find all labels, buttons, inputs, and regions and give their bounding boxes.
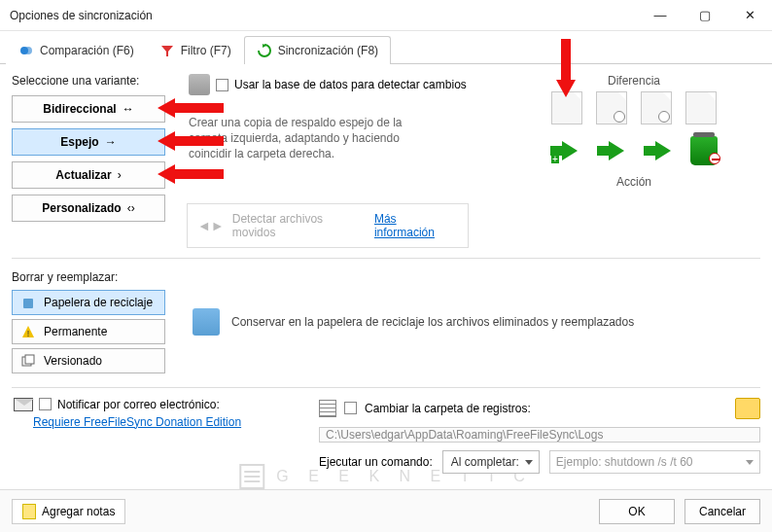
execute-label: Ejecutar un comando: (319, 455, 433, 469)
diff-right-only-icon (685, 91, 717, 124)
database-checkbox[interactable] (216, 79, 228, 91)
recycle-bin-large-icon (193, 308, 220, 336)
delete-description-row: Conservar en la papelera de reciclaje lo… (193, 270, 634, 373)
update-icon: › (118, 168, 122, 182)
delete-description: Conservar en la papelera de reciclaje lo… (231, 315, 634, 329)
svg-rect-10 (644, 146, 655, 156)
diff-left-newer-icon (596, 91, 627, 124)
notes-icon (22, 504, 36, 519)
detect-more-info-link[interactable]: Más información (374, 212, 458, 239)
delete-recycle-button[interactable]: Papelera de reciclaje (12, 290, 165, 315)
tab-compare[interactable]: Comparación (F6) (6, 36, 147, 64)
svg-marker-11 (655, 141, 671, 160)
minimize-button[interactable]: — (638, 0, 683, 31)
cancel-button[interactable]: Cancelar (684, 499, 760, 524)
email-label: Notificar por correo electrónico: (57, 398, 220, 411)
database-label: Usar la base de datos para detectar camb… (234, 78, 467, 91)
detect-moved-panel: ◄► Detectar archivos movidos Más informa… (187, 203, 469, 248)
action-icons: + (547, 134, 720, 167)
delete-recycle-label: Papelera de reciclaje (44, 296, 153, 309)
execute-when-value: Al completar: (451, 455, 519, 469)
recycle-bin-icon (20, 295, 36, 310)
variants-label: Seleccione una variante: (12, 74, 177, 88)
email-checkbox[interactable] (39, 398, 52, 410)
window-controls: — ▢ ✕ (638, 0, 772, 31)
execute-command-input[interactable]: Ejemplo: shutdown /s /t 60 (549, 450, 760, 474)
svg-marker-5 (562, 141, 578, 160)
delete-label: Borrar y reemplazar: (12, 270, 177, 284)
sync-icon (257, 43, 272, 58)
filter-icon (159, 43, 175, 58)
logs-path-input[interactable] (319, 427, 760, 443)
delete-versioning-button[interactable]: Versionado (12, 348, 165, 373)
custom-icon: ‹› (127, 201, 135, 215)
titlebar: Opciones de sincronización — ▢ ✕ (0, 0, 772, 31)
svg-text:!: ! (27, 329, 30, 338)
variant-description: Crear una copia de respaldo espejo de la… (189, 115, 441, 162)
tab-filter-label: Filtro (F7) (181, 44, 231, 57)
donation-link[interactable]: Requiere FreeFileSync Donation Edition (33, 415, 303, 429)
diff-right-newer-icon (641, 91, 672, 124)
action-update-right-icon[interactable] (594, 134, 627, 167)
logs-label: Cambiar la carpeta de registros: (365, 402, 531, 415)
variant-bidirectional-label: Bidireccional (43, 102, 116, 116)
window-title: Opciones de sincronización (10, 9, 153, 22)
variant-bidirectional[interactable]: Bidireccional ↔ (12, 95, 165, 123)
svg-marker-9 (609, 141, 624, 160)
mirror-icon: → (105, 135, 117, 149)
tab-compare-label: Comparación (F6) (40, 44, 134, 57)
tab-filter[interactable]: Filtro (F7) (147, 36, 244, 64)
compare-icon (18, 43, 34, 58)
tab-sync[interactable]: Sincronización (F8) (244, 36, 391, 64)
log-list-icon (319, 400, 336, 417)
svg-rect-8 (597, 146, 609, 156)
svg-rect-16 (25, 355, 34, 364)
execute-when-dropdown[interactable]: Al completar: (442, 450, 540, 474)
svg-rect-12 (23, 299, 33, 308)
action-overwrite-right-icon[interactable] (641, 134, 674, 167)
browse-folder-button[interactable] (735, 398, 760, 419)
add-notes-button[interactable]: Agregar notas (12, 499, 125, 524)
svg-text:+: + (552, 154, 558, 164)
diff-left-only-icon (551, 91, 582, 124)
tab-sync-label: Sincronización (F8) (278, 44, 378, 57)
delete-permanent-label: Permanente (44, 325, 107, 338)
svg-marker-2 (161, 46, 173, 56)
action-create-right-icon[interactable]: + (547, 134, 580, 167)
footer: Agregar notas OK Cancelar (0, 489, 772, 532)
difference-label: Diferencia (608, 74, 660, 88)
close-button[interactable]: ✕ (727, 0, 772, 31)
detect-text: Detectar archivos movidos (232, 212, 367, 239)
tab-bar: Comparación (F6) Filtro (F7) Sincronizac… (0, 31, 772, 64)
action-label: Acción (616, 175, 651, 189)
execute-placeholder: Ejemplo: shutdown /s /t 60 (556, 455, 693, 469)
database-row: Usar la base de datos para detectar camb… (189, 74, 496, 95)
envelope-icon (14, 398, 33, 411)
variant-update[interactable]: Actualizar › (12, 161, 165, 189)
variant-custom-label: Personalizado (42, 201, 121, 215)
delete-versioning-label: Versionado (44, 354, 102, 368)
detect-arrows-icon: ◄► (197, 218, 225, 233)
warning-icon: ! (20, 324, 36, 339)
versioning-icon (20, 353, 36, 369)
logs-checkbox[interactable] (344, 402, 357, 414)
svg-point-1 (24, 47, 32, 54)
maximize-button[interactable]: ▢ (683, 0, 727, 31)
add-notes-label: Agregar notas (42, 505, 115, 518)
difference-icons (551, 91, 717, 124)
ok-button[interactable]: OK (599, 499, 675, 524)
variant-update-label: Actualizar (55, 168, 111, 182)
database-icon (189, 74, 210, 95)
variant-mirror[interactable]: Espejo → (12, 128, 165, 156)
action-delete-right-icon[interactable] (687, 134, 720, 167)
delete-permanent-button[interactable]: ! Permanente (12, 319, 165, 344)
bidirectional-icon: ↔ (123, 102, 134, 116)
variant-custom[interactable]: Personalizado ‹› (12, 195, 165, 222)
variant-mirror-label: Espejo (60, 135, 98, 149)
